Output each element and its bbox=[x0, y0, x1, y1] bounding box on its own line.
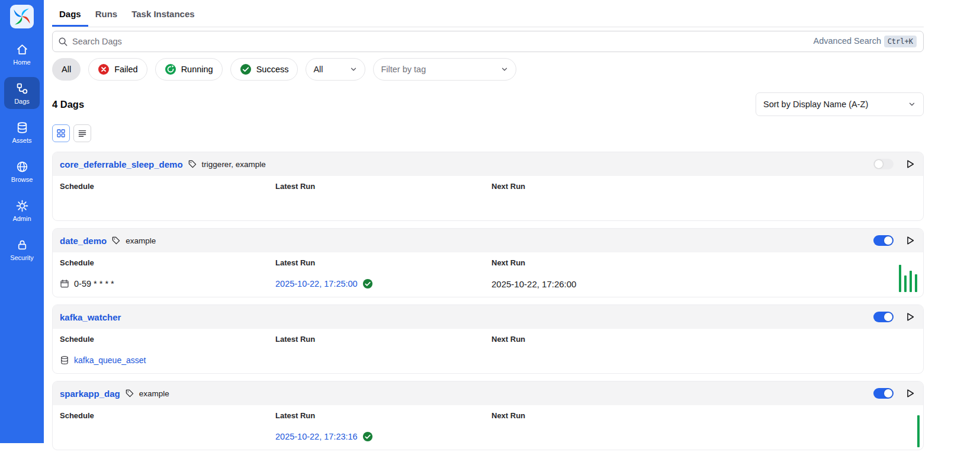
sort-select[interactable]: Sort by Display Name (A-Z) bbox=[756, 92, 924, 116]
asset-database-icon bbox=[60, 355, 69, 365]
dag-card-header: kafka_watcher bbox=[53, 305, 923, 329]
latest-run-column-label: Latest Run bbox=[275, 258, 491, 267]
sidebar-item-admin[interactable]: Admin bbox=[4, 194, 40, 226]
search-input[interactable] bbox=[52, 31, 924, 52]
next-run-column-label: Next Run bbox=[491, 411, 916, 420]
sidebar-item-dags[interactable]: Dags bbox=[4, 77, 40, 109]
dag-card: kafka_watcher Schedule Latest Run N bbox=[52, 304, 924, 374]
tag-icon bbox=[188, 159, 197, 169]
chevron-down-icon bbox=[349, 65, 358, 73]
dag-pause-toggle[interactable] bbox=[873, 388, 894, 399]
trigger-dag-button[interactable] bbox=[904, 387, 916, 399]
latest-run-column-label: Latest Run bbox=[275, 182, 491, 191]
failed-state-icon bbox=[98, 63, 110, 75]
filter-failed-button[interactable]: Failed bbox=[88, 58, 147, 81]
sidebar-item-browse[interactable]: Browse bbox=[4, 155, 40, 187]
running-state-icon bbox=[165, 63, 176, 75]
dag-tags: example bbox=[139, 389, 169, 398]
run-bar[interactable] bbox=[915, 274, 917, 292]
search-bar: Advanced Search Ctrl+K bbox=[52, 31, 924, 52]
trigger-dag-button[interactable] bbox=[904, 158, 916, 170]
dag-card: date_demo example bbox=[52, 228, 924, 297]
sidebar: Home Dags Assets Browse bbox=[0, 0, 44, 443]
schedule-asset-link[interactable]: kafka_queue_asset bbox=[74, 355, 146, 365]
play-icon bbox=[905, 159, 915, 169]
filter-row: All Failed Running bbox=[52, 58, 924, 81]
schedule-column-label: Schedule bbox=[60, 411, 275, 420]
run-history-bars[interactable] bbox=[917, 415, 920, 447]
run-history-bars[interactable] bbox=[899, 265, 917, 292]
dag-count: 4 Dags bbox=[52, 99, 84, 110]
tag-filter-placeholder: Filter by tag bbox=[381, 65, 426, 74]
run-bar[interactable] bbox=[899, 265, 901, 292]
tab-task-instances[interactable]: Task Instances bbox=[124, 0, 201, 27]
filter-all-button[interactable]: All bbox=[52, 58, 81, 81]
dag-card-body: Schedule Latest Run Next Run 0-59 * * * … bbox=[53, 252, 923, 297]
latest-run-link[interactable]: 2025-10-22, 17:25:00 bbox=[275, 279, 358, 289]
dag-card-header: sparkapp_dag example bbox=[53, 382, 923, 405]
filter-success-button[interactable]: Success bbox=[230, 58, 298, 81]
tag-filter-select[interactable]: Filter by tag bbox=[373, 58, 516, 81]
calendar-icon bbox=[60, 279, 69, 289]
dag-name-link[interactable]: date_demo bbox=[60, 236, 107, 246]
sidebar-item-label: Dags bbox=[14, 98, 30, 105]
paused-filter-select[interactable]: All bbox=[306, 58, 365, 81]
dag-name-link[interactable]: kafka_watcher bbox=[60, 312, 121, 322]
sort-value: Sort by Display Name (A-Z) bbox=[763, 100, 868, 109]
dag-tags: example bbox=[126, 236, 156, 245]
browse-globe-icon bbox=[16, 161, 28, 173]
dag-pause-toggle[interactable] bbox=[873, 235, 894, 246]
home-icon bbox=[16, 43, 28, 56]
search-icon bbox=[58, 37, 68, 46]
dag-name-link[interactable]: sparkapp_dag bbox=[60, 389, 120, 399]
chevron-down-icon bbox=[908, 100, 916, 108]
dag-pause-toggle[interactable] bbox=[873, 159, 894, 169]
sidebar-item-assets[interactable]: Assets bbox=[4, 116, 40, 148]
card-view-button[interactable] bbox=[52, 124, 70, 142]
schedule-column-label: Schedule bbox=[60, 335, 275, 344]
tab-dags[interactable]: Dags bbox=[52, 0, 88, 27]
trigger-dag-button[interactable] bbox=[904, 311, 916, 323]
tab-runs[interactable]: Runs bbox=[88, 0, 125, 27]
airflow-pinwheel-icon bbox=[12, 7, 31, 26]
grid-view-icon bbox=[56, 129, 66, 138]
schedule-column-label: Schedule bbox=[60, 258, 275, 267]
chevron-down-icon bbox=[500, 65, 509, 73]
main-content: Dags Runs Task Instances Advanced Search… bbox=[44, 0, 980, 443]
sidebar-item-label: Admin bbox=[12, 215, 31, 222]
success-check-icon bbox=[362, 431, 373, 442]
run-bar[interactable] bbox=[917, 415, 920, 447]
next-run-column-label: Next Run bbox=[491, 335, 916, 344]
filter-label: Success bbox=[256, 65, 289, 74]
run-bar[interactable] bbox=[910, 271, 912, 292]
table-view-button[interactable] bbox=[73, 124, 91, 142]
sidebar-item-label: Assets bbox=[12, 137, 31, 144]
schedule-column-label: Schedule bbox=[60, 182, 275, 191]
paused-filter-value: All bbox=[313, 65, 323, 74]
airflow-logo[interactable] bbox=[10, 5, 34, 28]
sidebar-item-security[interactable]: Security bbox=[4, 233, 40, 265]
sidebar-item-label: Home bbox=[13, 59, 30, 66]
tag-icon bbox=[111, 236, 121, 245]
advanced-search-link[interactable]: Advanced Search bbox=[814, 36, 881, 46]
sidebar-item-home[interactable]: Home bbox=[4, 38, 40, 70]
app-window: Home Dags Assets Browse bbox=[0, 0, 980, 443]
filter-label: Running bbox=[181, 65, 213, 74]
next-run-column-label: Next Run bbox=[491, 258, 916, 267]
trigger-dag-button[interactable] bbox=[904, 235, 916, 246]
dag-name-link[interactable]: core_deferrable_sleep_demo bbox=[60, 159, 183, 169]
play-icon bbox=[905, 235, 915, 246]
filter-label: Failed bbox=[114, 65, 138, 74]
filter-label: All bbox=[62, 65, 71, 74]
latest-run-link[interactable]: 2025-10-22, 17:23:16 bbox=[275, 432, 358, 441]
sidebar-item-label: Browse bbox=[11, 176, 33, 183]
sidebar-item-label: Security bbox=[10, 254, 34, 261]
dag-card-body: Schedule Latest Run Next Run bbox=[53, 176, 923, 220]
dag-card: sparkapp_dag example bbox=[52, 381, 924, 450]
dag-card-header: date_demo example bbox=[53, 229, 923, 252]
dag-card-body: Schedule Latest Run Next Run 2025-10-22,… bbox=[53, 405, 923, 450]
dag-pause-toggle[interactable] bbox=[873, 312, 894, 322]
run-bar[interactable] bbox=[904, 275, 907, 292]
filter-running-button[interactable]: Running bbox=[155, 58, 223, 81]
play-icon bbox=[905, 388, 915, 399]
